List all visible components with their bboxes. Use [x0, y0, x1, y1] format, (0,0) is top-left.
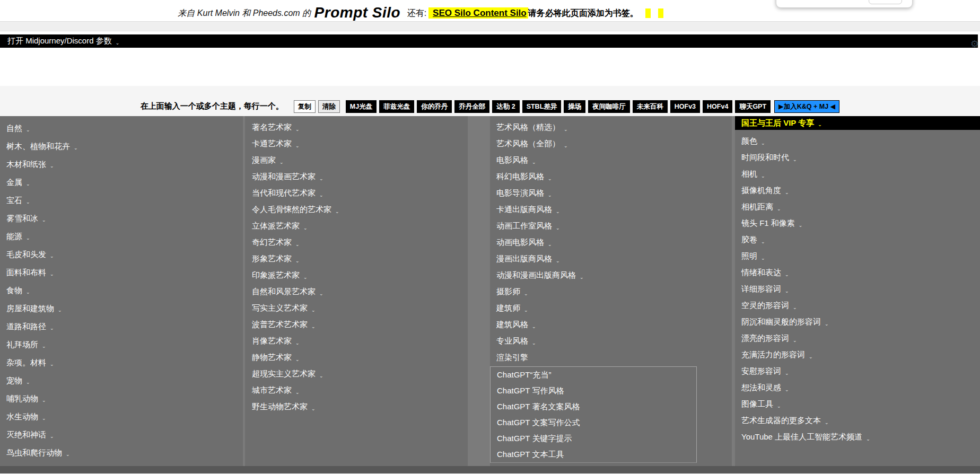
- menu-item[interactable]: 专业风格 ⌄: [490, 333, 732, 349]
- menu-item[interactable]: 自然和风景艺术家 ⌄: [245, 284, 468, 300]
- menu-item[interactable]: 当代和现代艺术家 ⌄: [245, 185, 468, 201]
- menu-item[interactable]: 奇幻艺术家 ⌄: [245, 234, 468, 251]
- seo-silo-link[interactable]: SEO Silo Content Silo: [428, 7, 528, 19]
- menu-item[interactable]: 科幻电影风格 ⌄: [490, 169, 732, 185]
- menu-item[interactable]: 详细形容词 ⌄: [735, 281, 980, 297]
- menu-item[interactable]: 动画工作室风格 ⌄: [490, 218, 732, 234]
- menu-item[interactable]: 宝石 ⌄: [0, 191, 243, 209]
- submenu-item[interactable]: ChatGPT 文案写作公式: [491, 415, 696, 431]
- menu-item[interactable]: 房屋和建筑物 ⌄: [0, 300, 243, 318]
- menu-item[interactable]: 照明 ⌄: [735, 248, 980, 265]
- menu-item[interactable]: 充满活力的形容词 ⌄: [735, 347, 980, 363]
- menu-item[interactable]: 漂亮的形容词 ⌄: [735, 330, 980, 347]
- menu-item[interactable]: 卡通艺术家 ⌄: [245, 136, 468, 152]
- toolbar-button[interactable]: STBL差异: [522, 100, 562, 113]
- menu-item[interactable]: 鸟虫和爬行动物 ⌄: [0, 444, 243, 462]
- menu-item[interactable]: 自然 ⌄: [0, 119, 243, 137]
- menu-item[interactable]: 安慰形容词 ⌄: [735, 363, 980, 380]
- menu-item[interactable]: 动漫和漫画出版商风格 ⌄: [490, 267, 732, 284]
- menu-item[interactable]: 艺术风格（全部） ⌄: [490, 136, 732, 152]
- menu-item[interactable]: 相机 ⌄: [735, 166, 980, 182]
- menu-item[interactable]: 超现实主义艺术家 ⌄: [245, 366, 468, 382]
- submenu-item-label: ChatGPT 写作风格: [497, 386, 564, 396]
- menu-item[interactable]: 立体派艺术家 ⌄: [245, 218, 468, 234]
- menu-item[interactable]: 空灵的形容词 ⌄: [735, 297, 980, 314]
- menu-item[interactable]: 动漫和漫画艺术家 ⌄: [245, 169, 468, 185]
- menu-item[interactable]: 渲染引擎 ⌄: [490, 349, 732, 366]
- menu-item[interactable]: 图像工具 ⌄: [735, 396, 980, 412]
- toolbar-button[interactable]: HOFv4: [703, 100, 732, 113]
- menu-item[interactable]: 建筑风格 ⌄: [490, 317, 732, 333]
- menu-item[interactable]: 电影风格 ⌄: [490, 152, 732, 169]
- menu-item[interactable]: 漫画家 ⌄: [245, 152, 468, 169]
- menu-item[interactable]: 艺术生成器的更多文本 ⌄: [735, 412, 980, 429]
- chevron-down-icon: ⌄: [532, 324, 536, 329]
- menu-item[interactable]: 宠物 ⌄: [0, 372, 243, 390]
- menu-item[interactable]: 静物艺术家 ⌄: [245, 349, 468, 366]
- copy-button[interactable]: 复制: [294, 100, 316, 113]
- menu-item[interactable]: 木材和纸张 ⌄: [0, 155, 243, 173]
- submenu-item[interactable]: ChatGPT 著名文案风格: [491, 399, 696, 415]
- menu-item[interactable]: 时间段和时代 ⌄: [735, 150, 980, 166]
- menu-item[interactable]: 电影导演风格 ⌄: [490, 185, 732, 201]
- menu-item[interactable]: 镜头 F1 和像素 ⌄: [735, 215, 980, 232]
- menu-item[interactable]: 阴沉和幽灵般的形容词 ⌄: [735, 314, 980, 330]
- menu-item[interactable]: 动画电影风格 ⌄: [490, 234, 732, 251]
- menu-item[interactable]: 艺术风格（精选） ⌄: [490, 119, 732, 136]
- toolbar-button[interactable]: 乔丹全部: [454, 100, 489, 113]
- submenu-item[interactable]: ChatGPT 文本工具: [491, 446, 696, 462]
- menu-item[interactable]: 摄像机角度 ⌄: [735, 182, 980, 199]
- toolbar-button[interactable]: 未来百科: [633, 100, 668, 113]
- menu-item[interactable]: 雾雪和冰 ⌄: [0, 209, 243, 227]
- menu-item[interactable]: 野生动物艺术家 ⌄: [245, 399, 468, 415]
- toolbar-button[interactable]: 操场: [564, 100, 585, 113]
- menu-item[interactable]: 水生动物 ⌄: [0, 408, 243, 426]
- submenu-item[interactable]: ChatGPT 写作风格: [491, 383, 696, 399]
- topics-textarea[interactable]: [0, 48, 980, 86]
- menu-item[interactable]: 城市艺术家 ⌄: [245, 382, 468, 399]
- menu-item[interactable]: 颜色 ⌄: [735, 133, 980, 150]
- clear-button[interactable]: 清除: [318, 100, 340, 113]
- toolbar-button[interactable]: 菲兹光盘: [379, 100, 414, 113]
- popup-button[interactable]: [869, 0, 902, 4]
- menu-item[interactable]: 胶卷 ⌄: [735, 232, 980, 248]
- join-kq-mj-button[interactable]: ▶加入K&Q + MJ ◀: [774, 100, 839, 113]
- menu-item[interactable]: 建筑师 ⌄: [490, 300, 732, 317]
- menu-item[interactable]: 摄影师 ⌄: [490, 284, 732, 300]
- menu-item[interactable]: 令人毛骨悚然的艺术家 ⌄: [245, 201, 468, 218]
- menu-item[interactable]: 食物 ⌄: [0, 282, 243, 300]
- menu-item[interactable]: 杂项。材料 ⌄: [0, 354, 243, 372]
- menu-item[interactable]: YouTube 上最佳人工智能艺术频道 ⌄: [735, 429, 980, 445]
- toolbar-button[interactable]: 聊天GPT: [735, 100, 771, 113]
- menu-item[interactable]: 想法和灵感 ⌄: [735, 380, 980, 396]
- menu-item[interactable]: 树木、植物和花卉 ⌄: [0, 137, 243, 155]
- menu-item[interactable]: 相机距离 ⌄: [735, 199, 980, 215]
- menu-item[interactable]: 波普艺术艺术家 ⌄: [245, 317, 468, 333]
- menu-item[interactable]: 漫画出版商风格 ⌄: [490, 251, 732, 267]
- menu-item[interactable]: 礼拜场所 ⌄: [0, 336, 243, 354]
- menu-item[interactable]: 能源 ⌄: [0, 227, 243, 245]
- menu-item[interactable]: 哺乳动物 ⌄: [0, 390, 243, 408]
- menu-item[interactable]: 金属 ⌄: [0, 173, 243, 191]
- midjourney-params-dropdown[interactable]: 打开 Midjourney/Discord 参数 ⌄: [0, 34, 978, 48]
- menu-item[interactable]: 道路和路径 ⌄: [0, 318, 243, 336]
- menu-item[interactable]: 肖像艺术家 ⌄: [245, 333, 468, 349]
- menu-item[interactable]: 灭绝和神话 ⌄: [0, 426, 243, 444]
- menu-item[interactable]: 面料和布料 ⌄: [0, 264, 243, 282]
- toolbar-button[interactable]: MJ光盘: [346, 100, 377, 113]
- menu-item[interactable]: 毛皮和头发 ⌄: [0, 245, 243, 264]
- submenu-item[interactable]: ChatGPT 关键字提示: [491, 431, 696, 446]
- menu-item[interactable]: 印象派艺术家 ⌄: [245, 267, 468, 284]
- menu-item[interactable]: 写实主义艺术家 ⌄: [245, 300, 468, 317]
- menu-item[interactable]: 著名艺术家 ⌄: [245, 119, 468, 136]
- toolbar-button[interactable]: 夜间咖啡厅: [588, 100, 630, 113]
- menu-item[interactable]: 形象艺术家 ⌄: [245, 251, 468, 267]
- gear-icon[interactable]: ⚙: [970, 39, 979, 49]
- submenu-item[interactable]: ChatGPT“充当”: [491, 367, 696, 383]
- toolbar-button[interactable]: HOFv3: [670, 100, 700, 113]
- menu-item[interactable]: 卡通出版商风格 ⌄: [490, 201, 732, 218]
- toolbar-button[interactable]: 你的乔丹: [417, 100, 452, 113]
- menu-item[interactable]: 情绪和表达 ⌄: [735, 265, 980, 281]
- vip-section-header[interactable]: 国王与王后 VIP 专享 ⌄: [735, 116, 980, 130]
- toolbar-button[interactable]: 达勒 2: [492, 100, 519, 113]
